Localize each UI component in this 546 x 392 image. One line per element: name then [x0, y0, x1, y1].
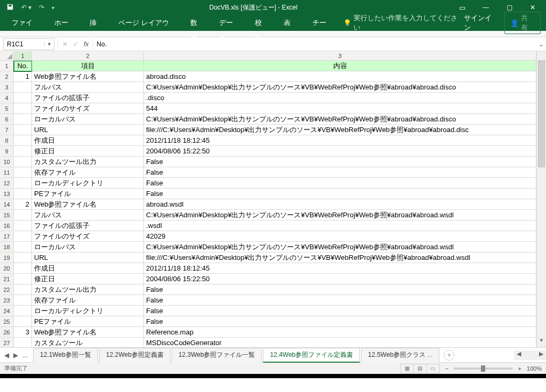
cell[interactable]: False	[144, 189, 536, 199]
cell[interactable]: カスタムツール出力	[32, 157, 144, 167]
cell[interactable]: .disco	[144, 93, 536, 103]
column-header[interactable]: 1	[14, 51, 32, 60]
cell[interactable]: False	[144, 178, 536, 189]
sheet-tab[interactable]: 12.3Web参照ファイル一覧	[172, 348, 262, 363]
tab-page-layout[interactable]: ページ レイアウト	[111, 15, 183, 31]
cell[interactable]: 依存ファイル	[32, 167, 144, 178]
cell[interactable]: ファイルの拡張子	[32, 220, 144, 231]
cell[interactable]	[14, 242, 32, 252]
cell[interactable]: abroad.disco	[144, 71, 536, 82]
formula-input[interactable]: No.	[93, 38, 536, 50]
row-header[interactable]: 15	[0, 210, 14, 220]
tab-view[interactable]: 表示	[276, 15, 305, 31]
cell[interactable]: file:///C:¥Users¥Admin¥Desktop¥出力サンプルのソー…	[144, 252, 536, 263]
enter-icon[interactable]: ✓	[73, 40, 78, 48]
cell[interactable]	[14, 125, 32, 135]
tab-insert[interactable]: 挿入	[82, 15, 111, 31]
sheet-nav-prev-icon[interactable]: ◀	[3, 352, 10, 359]
sheet-nav-more[interactable]: ...	[21, 352, 29, 359]
redo-icon[interactable]: ↷	[39, 4, 44, 11]
cell[interactable]: Web参照ファイル名	[32, 71, 144, 82]
row-header[interactable]: 7	[0, 125, 14, 135]
tab-data[interactable]: データ	[212, 15, 247, 31]
sheet-nav-next-icon[interactable]: ▶	[12, 352, 19, 359]
cell[interactable]: ファイルの拡張子	[32, 93, 144, 103]
tab-team[interactable]: チーム	[305, 15, 341, 31]
cell[interactable]: C:¥Users¥Admin¥Desktop¥出力サンプルのソース¥VB¥Web…	[144, 82, 536, 93]
cell[interactable]: C:¥Users¥Admin¥Desktop¥出力サンプルのソース¥VB¥Web…	[144, 114, 536, 125]
row-header[interactable]: 1	[0, 61, 14, 71]
cell[interactable]	[14, 135, 32, 146]
row-header[interactable]: 5	[0, 103, 14, 114]
row-header[interactable]: 10	[0, 157, 14, 167]
cell[interactable]: ローカルディレクトリ	[32, 178, 144, 189]
expand-formula-bar-icon[interactable]: ⌄	[536, 40, 546, 48]
row-header[interactable]: 16	[0, 220, 14, 231]
horizontal-scrollbar[interactable]	[524, 350, 536, 360]
cell[interactable]	[14, 82, 32, 93]
row-header[interactable]: 25	[0, 316, 14, 327]
cell[interactable]: 2012/11/18 18:12:45	[144, 263, 536, 274]
cell[interactable]: ローカルパス	[32, 242, 144, 252]
row-header[interactable]: 18	[0, 242, 14, 252]
cell[interactable]: False	[144, 316, 536, 327]
cell[interactable]	[14, 157, 32, 167]
cell[interactable]: URL	[32, 252, 144, 263]
cell[interactable]: 作成日	[32, 263, 144, 274]
cell[interactable]: False	[144, 306, 536, 316]
cell[interactable]: 2012/11/18 18:12:45	[144, 135, 536, 146]
cell[interactable]	[14, 210, 32, 220]
share-button[interactable]: 👤 共有	[504, 12, 541, 34]
cell[interactable]: 依存ファイル	[32, 295, 144, 306]
row-header[interactable]: 23	[0, 295, 14, 306]
cell[interactable]: False	[144, 167, 536, 178]
zoom-level[interactable]: 100%	[527, 365, 542, 372]
cell[interactable]: カスタムツール	[32, 338, 144, 347]
cell[interactable]: MSDiscoCodeGenerator	[144, 338, 536, 347]
row-header[interactable]: 9	[0, 146, 14, 157]
row-header[interactable]: 3	[0, 82, 14, 93]
row-header[interactable]: 14	[0, 199, 14, 210]
cell[interactable]: 544	[144, 103, 536, 114]
cell[interactable]: 2004/08/06 15:22:50	[144, 146, 536, 157]
cell[interactable]: カスタムツール出力	[32, 284, 144, 295]
zoom-slider[interactable]	[454, 368, 512, 370]
row-header[interactable]: 4	[0, 93, 14, 103]
cell[interactable]	[14, 167, 32, 178]
cell[interactable]: Web参照ファイル名	[32, 199, 144, 210]
cell[interactable]: ローカルディレクトリ	[32, 306, 144, 316]
cell[interactable]	[14, 93, 32, 103]
header-cell[interactable]: 内容	[144, 61, 536, 71]
scrollbar-thumb[interactable]	[538, 61, 545, 167]
row-header[interactable]: 24	[0, 306, 14, 316]
cell[interactable]: C:¥Users¥Admin¥Desktop¥出力サンプルのソース¥VB¥Web…	[144, 242, 536, 252]
cell[interactable]	[14, 220, 32, 231]
row-header[interactable]: 22	[0, 284, 14, 295]
cell[interactable]	[14, 316, 32, 327]
cell[interactable]: 3	[14, 327, 32, 338]
cell[interactable]	[14, 338, 32, 347]
row-header[interactable]: 8	[0, 135, 14, 146]
cell[interactable]: 2004/08/06 15:22:50	[144, 274, 536, 284]
signin-link[interactable]: サインイン	[464, 13, 498, 32]
cell[interactable]: C:¥Users¥Admin¥Desktop¥出力サンプルのソース¥VB¥Web…	[144, 210, 536, 220]
cell[interactable]: False	[144, 295, 536, 306]
row-header[interactable]: 13	[0, 189, 14, 199]
tellme-search[interactable]: 💡 実行したい作業を入力してください	[343, 13, 464, 32]
cell[interactable]: フルパス	[32, 210, 144, 220]
normal-view-icon[interactable]: ▦	[401, 364, 414, 373]
sheet-tab[interactable]: 12.4Web参照ファイル定義書	[263, 348, 360, 363]
cell[interactable]	[14, 274, 32, 284]
cell-area[interactable]: No.項目内容1Web参照ファイル名abroad.discoフルパスC:¥Use…	[14, 61, 536, 347]
cell[interactable]	[14, 295, 32, 306]
cell[interactable]: フルパス	[32, 82, 144, 93]
cell[interactable]: False	[144, 284, 536, 295]
row-header[interactable]: 19	[0, 252, 14, 263]
name-box[interactable]: R1C1 ▼	[3, 38, 54, 50]
cell[interactable]	[14, 178, 32, 189]
insert-function-icon[interactable]: fx	[84, 40, 89, 48]
zoom-in-button[interactable]: +	[518, 365, 521, 372]
cancel-icon[interactable]: ✕	[62, 40, 68, 48]
chevron-down-icon[interactable]: ▼	[44, 42, 54, 47]
page-layout-view-icon[interactable]: ▤	[414, 364, 427, 373]
